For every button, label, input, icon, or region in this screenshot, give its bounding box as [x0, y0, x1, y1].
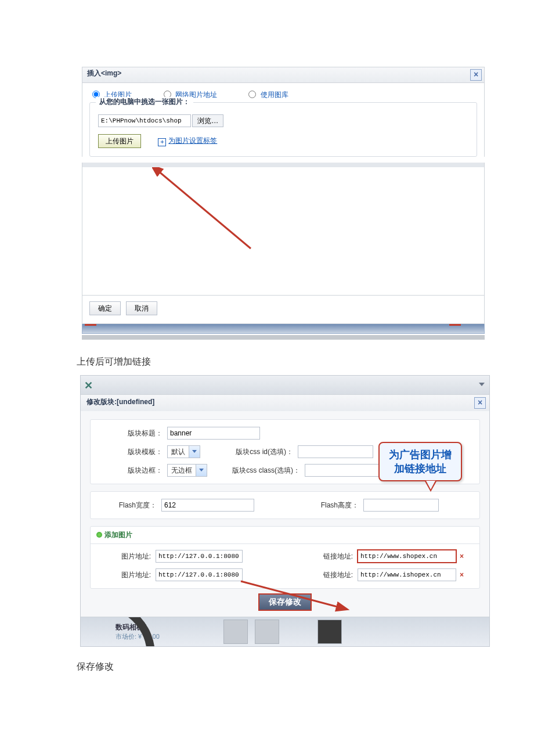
- input-block-title[interactable]: [167, 427, 260, 440]
- radio-library[interactable]: 使用图库: [246, 91, 288, 99]
- product-price: 市场价: ¥ 11.00: [116, 632, 160, 641]
- callout-line-2: 加链接地址: [389, 462, 452, 476]
- select-block-border[interactable]: 无边框: [167, 464, 207, 477]
- shadow-strip: [82, 335, 485, 340]
- input-link-addr-2[interactable]: [358, 568, 456, 581]
- caption-1: 上传后可增加链接: [77, 356, 534, 368]
- image-list-panel: 添加图片 图片地址: 链接地址: × 图片地址: 链接地址: ×: [90, 526, 480, 589]
- cancel-button[interactable]: 取消: [126, 301, 157, 315]
- delete-row-1[interactable]: ×: [460, 552, 464, 560]
- label-link-addr-2: 链接地址:: [266, 570, 358, 580]
- label-link-addr-1: 链接地址:: [266, 552, 358, 561]
- save-button[interactable]: 保存修改: [258, 593, 312, 611]
- file-path-input[interactable]: [98, 114, 191, 127]
- chevron-down-icon: [189, 446, 200, 458]
- arrow-annotation: [152, 167, 257, 254]
- radio-library-label: 使用图库: [261, 91, 288, 99]
- close-icon[interactable]: ×: [474, 397, 486, 409]
- input-img-addr-1[interactable]: [156, 550, 243, 563]
- app-logo-icon: ✕: [84, 379, 93, 392]
- product-preview-strip: 数码相机1 市场价: ¥ 11.00: [81, 617, 489, 646]
- set-image-label-text: 为图片设置标签: [168, 136, 217, 145]
- window-bottom-bar: [82, 324, 485, 334]
- input-flash-height[interactable]: [363, 499, 439, 512]
- label-css-class: 版块css class(选填)：: [230, 466, 305, 476]
- edit-block-window: ✕ 修改版块:[undefined] × 版块标题： 版块模板： 默认: [80, 375, 490, 647]
- dialog1-preview-area: [82, 167, 485, 296]
- save-row: 保存修改: [90, 593, 480, 611]
- browse-button[interactable]: 浏览…: [192, 114, 223, 127]
- close-icon[interactable]: ×: [470, 69, 482, 81]
- upload-button[interactable]: 上传图片: [98, 134, 141, 148]
- document-page: 插入<img> × 上传图片 网络图片地址 使用图库 从您的电脑中挑选一张图: [0, 0, 534, 673]
- label-block-title: 版块标题：: [99, 429, 167, 438]
- label-css-id: 版块css id(选填)：: [223, 447, 298, 457]
- label-flash-height: Flash高度：: [277, 501, 363, 510]
- delete-row-2[interactable]: ×: [460, 571, 464, 579]
- upload-fieldset: 从您的电脑中挑选一张图片： 浏览… 上传图片 +为图片设置标签: [89, 102, 477, 157]
- chevron-down-icon: [196, 465, 207, 476]
- product-thumb-1: [223, 620, 248, 644]
- input-flash-width[interactable]: [161, 499, 254, 512]
- set-image-label-link[interactable]: +为图片设置标签: [158, 136, 217, 145]
- dialog1-title: 插入<img>: [87, 69, 121, 77]
- image-row-2: 图片地址: 链接地址: ×: [99, 568, 471, 581]
- radio-library-input[interactable]: [248, 91, 256, 98]
- plus-icon: +: [158, 138, 166, 146]
- insert-image-dialog: 插入<img> × 上传图片 网络图片地址 使用图库 从您的电脑中挑选一张图: [82, 67, 485, 340]
- select-block-template-value: 默认: [168, 447, 189, 457]
- image-row-1: 图片地址: 链接地址: ×: [99, 550, 471, 563]
- product-info: 数码相机1 市场价: ¥ 11.00: [116, 622, 160, 641]
- callout-line-1: 为广告图片增: [389, 448, 452, 462]
- caption-2: 保存修改: [77, 661, 534, 673]
- dialog2-titlebar: 修改版块:[undefined] ×: [81, 394, 489, 411]
- label-img-addr-2: 图片地址:: [99, 570, 156, 580]
- upload-row: 上传图片 +为图片设置标签: [98, 134, 468, 148]
- svg-line-0: [158, 171, 251, 249]
- add-icon: [96, 532, 102, 538]
- dialog2-body: 版块标题： 版块模板： 默认 版块css id(选填)： 版块边框： 无边框: [81, 411, 489, 617]
- input-link-addr-1[interactable]: [358, 550, 456, 563]
- row-block-title: 版块标题：: [99, 427, 471, 440]
- callout-annotation: 为广告图片增 加链接地址: [378, 442, 462, 489]
- dialog2-title: 修改版块:[undefined]: [86, 398, 154, 406]
- select-block-template[interactable]: 默认: [167, 445, 200, 458]
- add-image-header[interactable]: 添加图片: [91, 527, 479, 544]
- ok-button[interactable]: 确定: [89, 301, 121, 315]
- label-flash-width: Flash宽度：: [99, 501, 161, 510]
- label-block-border: 版块边框：: [99, 466, 167, 476]
- label-img-addr-1: 图片地址:: [99, 552, 156, 561]
- callout-box: 为广告图片增 加链接地址: [378, 442, 462, 481]
- file-row: 浏览…: [98, 114, 468, 127]
- input-css-id[interactable]: [298, 445, 373, 458]
- row-flash: Flash宽度： Flash高度：: [99, 499, 471, 512]
- product-thumb-2: [255, 620, 279, 644]
- label-block-template: 版块模板：: [99, 447, 167, 457]
- input-img-addr-2[interactable]: [156, 568, 243, 581]
- product-thumb-3: [317, 620, 342, 644]
- flash-settings-panel: 为广告图片增 加链接地址 Flash宽度： Flash高度：: [90, 491, 480, 519]
- dialog1-body: 上传图片 网络图片地址 使用图库 从您的电脑中挑选一张图片： 浏览…: [82, 82, 485, 157]
- divider: [82, 163, 485, 167]
- app-topbar: ✕: [81, 376, 489, 394]
- dialog1-titlebar: 插入<img> ×: [82, 67, 485, 82]
- callout-tail-inner: [426, 481, 435, 489]
- dropdown-icon[interactable]: [479, 383, 485, 386]
- add-image-label: 添加图片: [104, 531, 132, 539]
- product-name: 数码相机1: [116, 622, 160, 632]
- select-block-border-value: 无边框: [168, 466, 196, 476]
- input-css-class[interactable]: [305, 464, 380, 477]
- dialog1-footer: 确定 取消: [82, 296, 485, 324]
- fieldset-legend: 从您的电脑中挑选一张图片：: [96, 97, 193, 107]
